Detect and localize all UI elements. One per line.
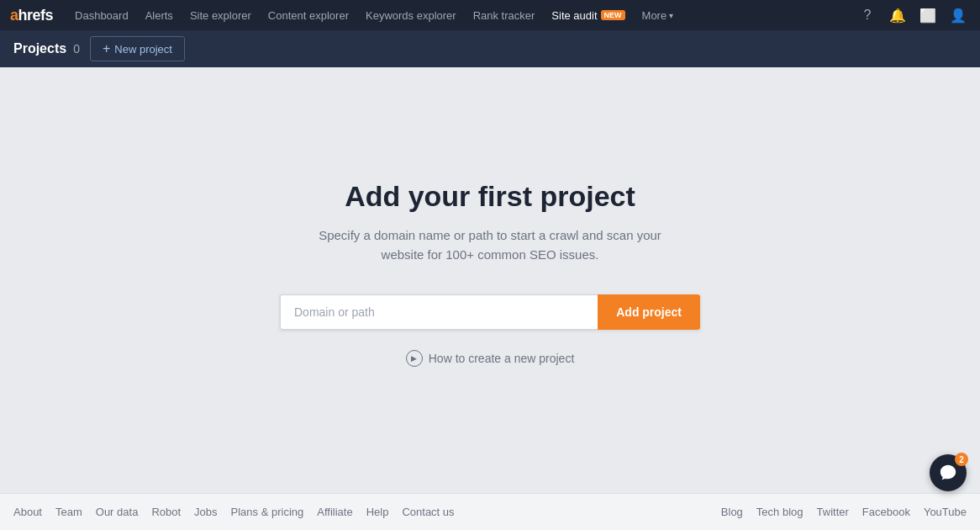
footer-right-links: Blog Tech blog Twitter Facebook YouTube xyxy=(721,506,967,518)
window-icon[interactable]: ⬜ xyxy=(916,3,940,27)
top-navigation: ahrefs Dashboard Alerts Site explorer Co… xyxy=(0,0,980,30)
footer-robot[interactable]: Robot xyxy=(151,506,181,518)
sub-navigation: Projects 0 + New project xyxy=(0,30,980,67)
logo-accent: a xyxy=(10,7,18,24)
footer-facebook[interactable]: Facebook xyxy=(862,506,910,518)
footer-plans-pricing[interactable]: Plans & pricing xyxy=(231,506,304,518)
notifications-icon[interactable]: 🔔 xyxy=(886,3,909,27)
how-to-text: How to create a new project xyxy=(429,352,575,365)
footer-help[interactable]: Help xyxy=(366,506,389,518)
nav-more[interactable]: More ▾ xyxy=(634,0,682,30)
footer-youtube[interactable]: YouTube xyxy=(924,506,967,518)
user-icon[interactable]: 👤 xyxy=(946,3,970,27)
nav-dashboard[interactable]: Dashboard xyxy=(66,0,137,30)
footer-tech-blog[interactable]: Tech blog xyxy=(756,506,803,518)
chat-bubble[interactable]: 2 xyxy=(930,454,967,491)
logo-text: hrefs xyxy=(18,7,54,24)
help-icon[interactable]: ? xyxy=(856,3,879,27)
new-project-button[interactable]: + New project xyxy=(90,36,185,61)
main-content: Add your first project Specify a domain … xyxy=(0,67,980,480)
how-to-link[interactable]: ▶ How to create a new project xyxy=(406,350,575,367)
main-nav: Dashboard Alerts Site explorer Content e… xyxy=(66,0,856,30)
footer-left-links: About Team Our data Robot Jobs Plans & p… xyxy=(13,506,455,518)
footer-contact-us[interactable]: Contact us xyxy=(402,506,454,518)
nav-alerts[interactable]: Alerts xyxy=(137,0,182,30)
footer-jobs[interactable]: Jobs xyxy=(194,506,217,518)
projects-count: 0 xyxy=(73,42,80,56)
plus-icon: + xyxy=(103,41,110,56)
footer-about[interactable]: About xyxy=(13,506,42,518)
project-search-row: Add project xyxy=(280,294,700,330)
nav-site-audit[interactable]: Site audit NEW xyxy=(543,0,633,30)
chat-notification-badge: 2 xyxy=(955,453,968,466)
nav-keywords-explorer[interactable]: Keywords explorer xyxy=(357,0,465,30)
nav-content-explorer[interactable]: Content explorer xyxy=(260,0,357,30)
nav-site-explorer[interactable]: Site explorer xyxy=(182,0,260,30)
site-audit-new-badge: NEW xyxy=(601,10,625,20)
hero-title: Add your first project xyxy=(345,180,635,213)
projects-section-label: Projects 0 xyxy=(13,41,80,56)
play-icon: ▶ xyxy=(406,350,423,367)
nav-rank-tracker[interactable]: Rank tracker xyxy=(465,0,544,30)
footer-affiliate[interactable]: Affiliate xyxy=(317,506,352,518)
footer-team[interactable]: Team xyxy=(55,506,82,518)
add-project-button[interactable]: Add project xyxy=(598,294,700,330)
nav-right-icons: ? 🔔 ⬜ 👤 xyxy=(856,3,970,27)
footer: About Team Our data Robot Jobs Plans & p… xyxy=(0,493,980,530)
more-chevron-icon: ▾ xyxy=(669,11,673,20)
footer-twitter[interactable]: Twitter xyxy=(817,506,849,518)
footer-blog[interactable]: Blog xyxy=(721,506,743,518)
footer-our-data[interactable]: Our data xyxy=(96,506,139,518)
hero-subtitle: Specify a domain name or path to start a… xyxy=(313,226,667,264)
logo[interactable]: ahrefs xyxy=(10,7,53,24)
domain-input[interactable] xyxy=(280,294,598,330)
chat-icon xyxy=(939,464,957,482)
